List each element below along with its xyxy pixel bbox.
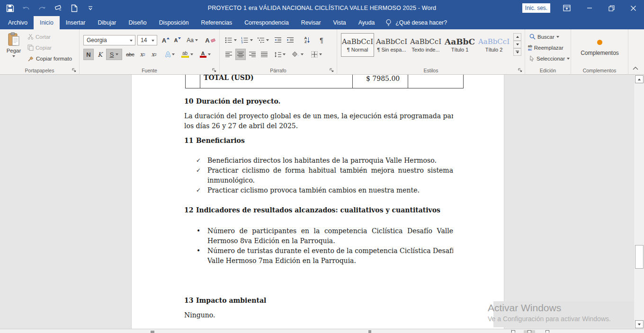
line-spacing-button[interactable] — [273, 49, 287, 60]
sign-in-button[interactable]: Inic. ses. — [522, 3, 550, 13]
font-name-combobox[interactable]: Georgia — [83, 35, 135, 45]
decrease-indent-button[interactable] — [273, 35, 283, 45]
restore-button[interactable] — [603, 0, 619, 16]
tab-vista[interactable]: Vista — [327, 16, 352, 29]
check-item-line[interactable]: Beneficiarios directos los habitantes de… — [207, 156, 437, 166]
bold-button[interactable]: N — [83, 49, 94, 60]
sort-button[interactable]: A Z — [301, 35, 313, 45]
tab-disposicion[interactable]: Disposición — [153, 16, 195, 29]
ribbon-display-options-button[interactable] — [559, 0, 575, 16]
bullet-item-line[interactable]: Hermoso 8va Edición en la Parroquia. — [207, 236, 335, 246]
increase-indent-button[interactable] — [285, 35, 295, 45]
heading-10[interactable]: 10 Duración del proyecto. — [184, 96, 280, 106]
tab-ayuda[interactable]: Ayuda — [352, 16, 381, 29]
justify-button[interactable] — [259, 49, 269, 60]
styles-dialog-launcher[interactable] — [517, 67, 523, 73]
table-cell-amount[interactable]: $ 7985.00 — [366, 75, 400, 84]
tab-archivo[interactable]: Archivo — [2, 16, 34, 29]
document-page[interactable]: TOTAL (USD) $ 7985.00 10 Duración del pr… — [131, 75, 504, 329]
find-button[interactable]: Buscar — [529, 34, 559, 40]
bullet-item-line[interactable]: Número de turistas durante el evento de … — [207, 246, 453, 256]
check-bullet-icon: ✓ — [196, 166, 206, 175]
close-button[interactable] — [625, 0, 641, 16]
tab-diseno[interactable]: Diseño — [122, 16, 152, 29]
collapse-ribbon-button[interactable] — [632, 65, 639, 71]
heading-13[interactable]: 13 Impacto ambiental — [184, 296, 266, 306]
font-color-button[interactable]: A — [197, 49, 213, 60]
numbering-icon — [241, 37, 249, 44]
font-dialog-launcher[interactable] — [211, 67, 217, 73]
numbering-button[interactable] — [240, 35, 254, 45]
cut-label: Cortar — [36, 34, 51, 40]
addins-button[interactable]: Complementos — [571, 33, 628, 62]
shrink-font-button[interactable]: A — [172, 35, 183, 45]
change-case-button[interactable]: Aa — [185, 35, 200, 45]
align-right-button[interactable] — [247, 49, 258, 60]
paragraph-line[interactable]: La duración del proyecto global es de un… — [184, 111, 453, 121]
minimize-button[interactable] — [581, 0, 598, 16]
table-border — [185, 88, 464, 88]
scroll-down-icon — [516, 44, 519, 45]
read-mode-button[interactable] — [510, 330, 517, 333]
scroll-up-button[interactable] — [635, 75, 644, 83]
strikethrough-button[interactable]: abc — [124, 49, 136, 60]
font-size-combobox[interactable]: 14 — [137, 35, 157, 45]
show-marks-button[interactable]: ¶ — [316, 35, 327, 45]
bullet-item-line[interactable]: Número de participantes en la competenci… — [207, 226, 453, 236]
superscript-button[interactable]: x2 — [149, 49, 159, 60]
paragraph-dialog-launcher[interactable] — [329, 67, 334, 73]
italic-button[interactable]: K — [95, 49, 105, 60]
clear-formatting-button[interactable]: A — [204, 35, 217, 45]
scroll-down-arrow-icon — [638, 324, 641, 325]
styles-scroll-down-button[interactable] — [513, 41, 521, 48]
subscript-button[interactable]: x2 — [137, 49, 148, 60]
clear-formatting-icon: A — [205, 37, 209, 44]
bullets-button[interactable] — [224, 35, 238, 45]
tab-correspondencia[interactable]: Correspondencia — [238, 16, 295, 29]
print-layout-button[interactable] — [524, 330, 535, 333]
paste-button[interactable]: Pegar — [4, 32, 24, 66]
check-item-line[interactable]: inmunológico. — [207, 175, 255, 185]
highlight-color-button[interactable]: ab — [179, 49, 195, 60]
style-titulo-2[interactable]: AaBbCcI Título 2 — [477, 33, 510, 57]
scroll-down-button[interactable] — [635, 320, 644, 328]
tab-referencias[interactable]: Referencias — [195, 16, 239, 29]
align-left-button[interactable] — [224, 49, 234, 60]
table-cell-total[interactable]: TOTAL (USD) — [204, 75, 254, 83]
style-sin-espaciado[interactable]: AaBbCcI ¶ Sin espa... — [375, 33, 408, 57]
shading-button[interactable] — [290, 49, 305, 60]
borders-button[interactable] — [308, 49, 325, 60]
tab-insertar[interactable]: Insertar — [60, 16, 92, 29]
tab-dibujar[interactable]: Dibujar — [91, 16, 122, 29]
style-normal[interactable]: AaBbCcI ¶ Normal — [341, 33, 374, 57]
text-effects-button[interactable]: A — [163, 49, 177, 60]
align-center-button[interactable] — [235, 49, 246, 60]
multilevel-list-button[interactable] — [256, 35, 270, 45]
replace-button[interactable]: ab ac Reemplazar — [528, 44, 564, 51]
replace-ac: ac — [528, 47, 532, 52]
style-texto-independiente[interactable]: AaBbCcI Texto inde... — [409, 33, 442, 57]
paragraph-line[interactable]: Ninguno. — [184, 310, 215, 320]
style-titulo-1[interactable]: AaBbC Título 1 — [443, 33, 476, 57]
grow-font-icon: A — [162, 37, 166, 44]
tell-me-box[interactable]: ¿Qué desea hacer? — [381, 16, 452, 29]
clipboard-dialog-launcher[interactable] — [71, 67, 77, 73]
format-painter-button[interactable]: Copiar formato — [27, 55, 72, 62]
web-layout-button[interactable] — [544, 330, 551, 333]
check-item-line[interactable]: Practicar ciclismo provoca también cambi… — [207, 185, 420, 195]
underline-button[interactable]: S — [106, 49, 122, 60]
scrollbar-thumb[interactable] — [635, 245, 644, 269]
heading-11[interactable]: 11 Beneficiarios — [184, 136, 245, 146]
paragraph-line[interactable]: los días 26 y 27 de abril del 2025. — [184, 121, 298, 131]
bullet-item-line[interactable]: Valle Hermoso 7ma Edición en la Parroqui… — [207, 256, 356, 266]
check-item-line[interactable]: Practicar ciclismo de forma habitual tam… — [207, 166, 453, 175]
heading-12[interactable]: 12 Indicadores de resultados alcanzados:… — [184, 205, 440, 215]
vertical-scrollbar[interactable] — [634, 75, 644, 329]
styles-scroll-up-button[interactable] — [513, 33, 521, 41]
tab-revisar[interactable]: Revisar — [295, 16, 327, 29]
grow-font-button[interactable]: A — [160, 35, 171, 45]
format-painter-label: Copiar formato — [36, 56, 72, 61]
styles-gallery-more-button[interactable] — [513, 48, 521, 56]
select-button[interactable]: Seleccionar — [529, 55, 570, 61]
tab-inicio[interactable]: Inicio — [34, 16, 60, 29]
